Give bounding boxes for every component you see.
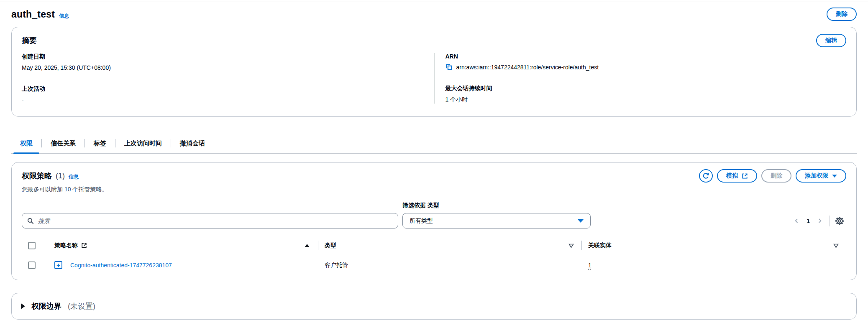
title-wrap: auth_test 信息 bbox=[11, 9, 69, 20]
external-link-icon bbox=[742, 173, 748, 179]
summary-grid: 创建日期 May 20, 2025, 15:30 (UTC+08:00) 上次活… bbox=[22, 53, 846, 104]
summary-right-column: ARN arn:aws:iam::194722442811:role/servi… bbox=[434, 53, 847, 104]
refresh-button[interactable] bbox=[699, 169, 713, 183]
attached-entities-header[interactable]: 关联实体 bbox=[581, 238, 846, 255]
delete-policy-button[interactable]: 删除 bbox=[761, 169, 791, 183]
policies-info-link[interactable]: 信息 bbox=[69, 173, 79, 180]
select-all-cell bbox=[22, 238, 42, 255]
max-session-value: 1 个小时 bbox=[446, 96, 847, 104]
sort-filter-icon[interactable] bbox=[568, 244, 574, 248]
tab-trust-relationships-label: 信任关系 bbox=[51, 140, 76, 147]
pagination: 1 bbox=[791, 213, 845, 228]
current-page-number[interactable]: 1 bbox=[803, 218, 814, 224]
delete-role-button[interactable]: 删除 bbox=[827, 8, 857, 21]
simulate-button[interactable]: 模拟 bbox=[717, 169, 757, 183]
simulate-button-label: 模拟 bbox=[726, 172, 738, 180]
policies-table: 策略名称 类型 bbox=[22, 238, 846, 276]
edit-button[interactable]: 编辑 bbox=[816, 34, 846, 47]
role-tabs: 权限 信任关系 标签 上次访问时间 撤消会话 bbox=[11, 133, 857, 154]
summary-heading: 摘要 bbox=[22, 34, 37, 47]
search-box bbox=[22, 213, 398, 228]
arn-label: ARN bbox=[446, 53, 847, 60]
policies-filter-row: 筛选依据 类型 所有类型 1 bbox=[22, 202, 846, 228]
row-checkbox-cell bbox=[22, 261, 42, 269]
policies-actions: 模拟 删除 添加权限 bbox=[699, 169, 846, 183]
type-filter-group: 筛选依据 类型 所有类型 bbox=[402, 202, 591, 228]
chevron-down-icon bbox=[832, 175, 837, 178]
max-session-field: 最大会话持续时间 1 个小时 bbox=[446, 85, 847, 104]
sort-ascending-icon[interactable] bbox=[305, 244, 310, 247]
last-activity-value: - bbox=[22, 96, 424, 103]
chevron-right-icon bbox=[817, 218, 823, 224]
created-date-field: 创建日期 May 20, 2025, 15:30 (UTC+08:00) bbox=[22, 53, 424, 71]
add-permissions-button[interactable]: 添加权限 bbox=[796, 169, 846, 183]
tab-revoke-sessions[interactable]: 撤消会话 bbox=[171, 133, 214, 153]
type-header-label: 类型 bbox=[325, 242, 336, 249]
attached-entities-cell: 1 bbox=[581, 262, 846, 269]
page-info-link[interactable]: 信息 bbox=[59, 13, 69, 20]
type-header[interactable]: 类型 bbox=[318, 238, 581, 255]
policy-name-cell: Cognito-authenticated-1747726238107 bbox=[42, 261, 318, 269]
policies-card-head: 权限策略 (1) 信息 模拟 bbox=[22, 169, 846, 183]
type-filter-label: 筛选依据 类型 bbox=[402, 202, 591, 209]
next-page-button[interactable] bbox=[814, 216, 826, 226]
expand-policy-icon[interactable] bbox=[54, 261, 62, 269]
summary-left-column: 创建日期 May 20, 2025, 15:30 (UTC+08:00) 上次活… bbox=[22, 53, 434, 104]
policies-description: 您最多可以附加 10 个托管策略。 bbox=[22, 186, 846, 193]
tab-permissions-label: 权限 bbox=[20, 140, 33, 147]
policies-table-header: 策略名称 类型 bbox=[22, 238, 846, 255]
policy-name-header-label: 策略名称 bbox=[54, 242, 78, 249]
external-link-icon bbox=[81, 243, 87, 249]
boundary-status: (未设置) bbox=[68, 301, 95, 311]
policy-name-link[interactable]: Cognito-authenticated-1747726238107 bbox=[70, 262, 172, 269]
sort-filter-icon[interactable] bbox=[833, 244, 839, 248]
policy-name-header[interactable]: 策略名称 bbox=[42, 238, 318, 255]
tab-tags[interactable]: 标签 bbox=[85, 133, 115, 153]
tab-trust-relationships[interactable]: 信任关系 bbox=[42, 133, 84, 153]
created-date-value: May 20, 2025, 15:30 (UTC+08:00) bbox=[22, 64, 424, 71]
copy-icon bbox=[446, 63, 453, 71]
page-title: auth_test bbox=[11, 9, 55, 20]
policies-heading-group: 权限策略 (1) 信息 bbox=[22, 169, 79, 183]
type-filter-selected-value: 所有类型 bbox=[410, 217, 433, 225]
table-row: Cognito-authenticated-1747726238107 客户托管… bbox=[22, 255, 846, 276]
chevron-left-icon bbox=[794, 218, 800, 224]
arn-field: ARN arn:aws:iam::194722442811:role/servi… bbox=[446, 53, 847, 71]
attached-entities-link[interactable]: 1 bbox=[588, 262, 591, 269]
policy-type-cell: 客户托管 bbox=[318, 261, 581, 269]
page-header: auth_test 信息 删除 bbox=[11, 8, 857, 21]
tab-last-accessed-label: 上次访问时间 bbox=[124, 140, 162, 147]
arn-value: arn:aws:iam::194722442811:role/service-r… bbox=[456, 64, 599, 71]
refresh-icon bbox=[702, 173, 709, 180]
tab-permissions[interactable]: 权限 bbox=[11, 133, 41, 153]
permissions-boundary-card[interactable]: 权限边界 (未设置) bbox=[11, 293, 857, 320]
copy-arn-button[interactable] bbox=[446, 63, 453, 71]
last-activity-field: 上次活动 - bbox=[22, 85, 424, 103]
permissions-policies-card: 权限策略 (1) 信息 模拟 bbox=[11, 162, 857, 280]
tab-revoke-sessions-label: 撤消会话 bbox=[180, 140, 205, 147]
type-filter-select[interactable]: 所有类型 bbox=[402, 213, 591, 228]
policies-heading: 权限策略 bbox=[22, 169, 52, 183]
search-input[interactable] bbox=[22, 213, 398, 228]
select-all-checkbox[interactable] bbox=[28, 242, 36, 249]
tab-tags-label: 标签 bbox=[94, 140, 106, 147]
summary-card-head: 摘要 编辑 bbox=[22, 34, 846, 47]
summary-card: 摘要 编辑 创建日期 May 20, 2025, 15:30 (UTC+08:0… bbox=[11, 27, 857, 117]
last-activity-label: 上次活动 bbox=[22, 85, 424, 93]
select-caret-icon bbox=[578, 219, 584, 223]
tab-last-accessed[interactable]: 上次访问时间 bbox=[115, 133, 171, 153]
gear-icon bbox=[835, 216, 844, 226]
row-checkbox[interactable] bbox=[28, 261, 36, 269]
policy-type-value: 客户托管 bbox=[325, 261, 348, 269]
pagination-divider bbox=[830, 216, 830, 226]
role-detail-page: auth_test 信息 删除 摘要 编辑 创建日期 May 20, 2025,… bbox=[0, 8, 868, 320]
attached-entities-header-label: 关联实体 bbox=[588, 242, 612, 249]
search-icon bbox=[27, 218, 34, 224]
add-permissions-label: 添加权限 bbox=[805, 172, 828, 180]
top-divider bbox=[0, 2, 868, 2]
max-session-label: 最大会话持续时间 bbox=[446, 85, 847, 92]
previous-page-button[interactable] bbox=[791, 216, 803, 226]
created-date-label: 创建日期 bbox=[22, 53, 424, 61]
policies-count: (1) bbox=[56, 172, 65, 180]
table-preferences-button[interactable] bbox=[834, 215, 845, 227]
